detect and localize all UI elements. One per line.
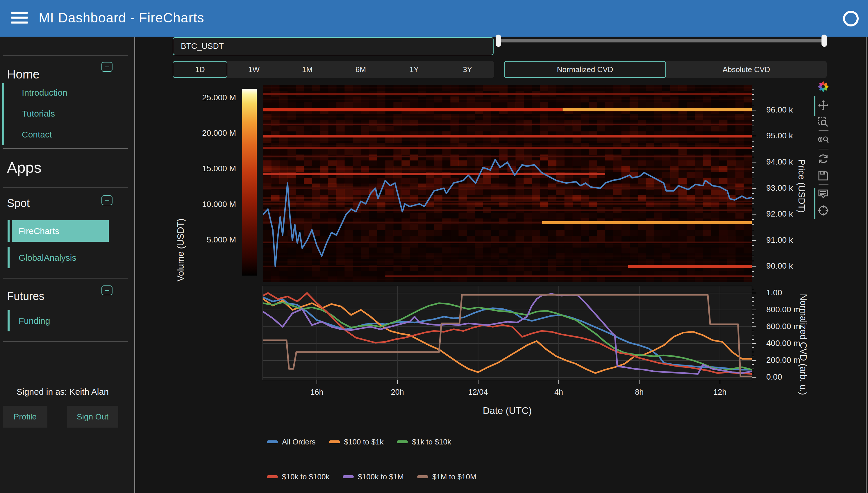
zoom-in-out-icon[interactable] bbox=[818, 135, 829, 147]
active-item-bar bbox=[7, 220, 9, 242]
cvd-axis-title: Normalized CVD (arb. u.) bbox=[798, 294, 808, 395]
price-tick bbox=[752, 276, 754, 277]
x-tick-label: 12h bbox=[702, 388, 737, 397]
sidebar-item-firecharts[interactable]: FireCharts bbox=[12, 220, 109, 242]
sidebar-item-funding[interactable]: Funding bbox=[19, 316, 50, 326]
sidebar: Home Introduction Tutorials Contact Apps… bbox=[0, 37, 135, 493]
price-tick bbox=[752, 151, 754, 152]
price-tick bbox=[752, 198, 754, 199]
sidebar-item-tutorials[interactable]: Tutorials bbox=[22, 109, 55, 119]
sidebar-item-contact[interactable]: Contact bbox=[22, 130, 52, 140]
colorbar-tick-label: 10.000 M bbox=[174, 200, 236, 209]
sidebar-section-spot: Spot bbox=[7, 197, 30, 210]
slider-handle-right[interactable] bbox=[822, 35, 827, 47]
collapse-futures-button[interactable] bbox=[102, 285, 112, 295]
legend-item--1k-to-10k[interactable]: $1k to $10k bbox=[397, 437, 451, 447]
sidebar-section-apps: Apps bbox=[7, 159, 42, 176]
volume-heatmap-chart[interactable] bbox=[263, 85, 752, 282]
sidebar-section-futures: Futures bbox=[7, 290, 44, 303]
legend-item--100-to-1k[interactable]: $100 to $1k bbox=[329, 437, 384, 447]
scrollbar[interactable] bbox=[866, 37, 867, 493]
price-tick bbox=[752, 110, 756, 110]
legend-label: $100 to $1k bbox=[344, 437, 384, 447]
cvd-tick bbox=[752, 352, 754, 352]
x-tick bbox=[720, 380, 720, 384]
price-tick bbox=[752, 120, 754, 121]
legend-swatch bbox=[397, 441, 408, 443]
zoom-select-icon[interactable] bbox=[818, 116, 829, 128]
legend-item--10k-to-100k[interactable]: $10k to $100k bbox=[267, 472, 329, 481]
cvd-tick bbox=[752, 364, 754, 365]
range-6m-button[interactable]: 6M bbox=[334, 61, 388, 78]
cvd-tick-label: 1.00 bbox=[766, 288, 782, 297]
cvd-tick bbox=[752, 373, 754, 373]
user-avatar-icon[interactable] bbox=[843, 11, 859, 26]
modebar-active-indicator bbox=[814, 188, 816, 219]
profile-button[interactable]: Profile bbox=[3, 406, 47, 428]
range-1y-button[interactable]: 1Y bbox=[388, 61, 441, 78]
legend-item--100k-to-1m[interactable]: $100k to $1M bbox=[343, 472, 404, 481]
legend-item-all-orders[interactable]: All Orders bbox=[267, 437, 316, 447]
price-tick bbox=[752, 245, 754, 246]
sign-out-button[interactable]: Sign Out bbox=[67, 406, 118, 428]
cvd-tick-label: 800.00 m bbox=[766, 305, 800, 314]
collapse-spot-button[interactable] bbox=[102, 195, 112, 205]
sidebar-divider bbox=[134, 37, 135, 493]
timeframe-button-group: 1D 1W 1M 6M 1Y 3Y bbox=[173, 61, 494, 78]
sidebar-item-globalanalysis[interactable]: GlobalAnalysis bbox=[19, 253, 76, 263]
price-tick bbox=[752, 172, 754, 173]
cvd-tick bbox=[752, 309, 756, 310]
x-tick bbox=[478, 380, 478, 384]
save-icon[interactable] bbox=[818, 170, 829, 181]
legend-label: $10k to $100k bbox=[282, 472, 329, 481]
divider bbox=[3, 341, 128, 342]
page-title: MI Dashboard - FireCharts bbox=[39, 10, 204, 26]
legend-swatch bbox=[417, 475, 428, 478]
price-tick-label: 96.00 k bbox=[766, 105, 793, 114]
volume-colorbar bbox=[242, 89, 257, 276]
spikeline-icon[interactable] bbox=[818, 205, 829, 216]
cvd-tick-label: 400.00 m bbox=[766, 339, 800, 348]
price-tick bbox=[752, 271, 754, 272]
reset-axes-icon[interactable] bbox=[818, 153, 829, 165]
range-1d-button[interactable]: 1D bbox=[173, 61, 227, 78]
slider-handle-left[interactable] bbox=[496, 35, 501, 47]
cvd-tick bbox=[752, 297, 754, 298]
item-bar bbox=[7, 247, 9, 268]
price-tick bbox=[752, 89, 754, 89]
colorbar-axis-title: Volume (USDT) bbox=[176, 218, 186, 281]
legend-label: $1M to $10M bbox=[432, 472, 476, 481]
cvd-tick bbox=[752, 293, 756, 293]
price-tick bbox=[752, 203, 754, 204]
range-1m-button[interactable]: 1M bbox=[281, 61, 334, 78]
divider bbox=[3, 188, 128, 188]
normalized-cvd-button[interactable]: Normalized CVD bbox=[504, 61, 666, 78]
cvd-tick bbox=[752, 322, 754, 323]
x-tick bbox=[317, 380, 317, 384]
price-tick bbox=[752, 224, 754, 225]
cvd-line-chart[interactable] bbox=[263, 286, 752, 380]
hamburger-menu-icon[interactable] bbox=[11, 12, 28, 25]
absolute-cvd-button[interactable]: Absolute CVD bbox=[666, 61, 827, 78]
symbol-input[interactable] bbox=[173, 37, 494, 55]
legend-row-1: All Orders$100 to $1k$1k to $10k bbox=[267, 436, 451, 448]
price-tick bbox=[752, 256, 754, 256]
colorbar-tick-label: 15.000 M bbox=[174, 164, 236, 173]
app-header: MI Dashboard - FireCharts bbox=[0, 0, 868, 37]
legend-item--1m-to-10m[interactable]: $1M to $10M bbox=[417, 472, 476, 481]
price-tick bbox=[752, 188, 756, 189]
cvd-tick bbox=[752, 288, 754, 289]
price-tick bbox=[752, 141, 754, 142]
range-slider-track[interactable] bbox=[498, 39, 824, 42]
sidebar-section-home: Home bbox=[7, 67, 40, 81]
modebar-separator bbox=[819, 130, 828, 131]
tooltip-icon[interactable] bbox=[818, 188, 829, 200]
legend-swatch bbox=[329, 441, 340, 443]
range-3y-button[interactable]: 3Y bbox=[441, 61, 494, 78]
cvd-tick bbox=[752, 335, 754, 336]
collapse-home-button[interactable] bbox=[102, 62, 112, 72]
sidebar-item-introduction[interactable]: Introduction bbox=[22, 88, 67, 98]
pan-icon[interactable] bbox=[818, 100, 829, 111]
range-1w-button[interactable]: 1W bbox=[227, 61, 281, 78]
plotly-logo-icon[interactable] bbox=[818, 81, 829, 92]
